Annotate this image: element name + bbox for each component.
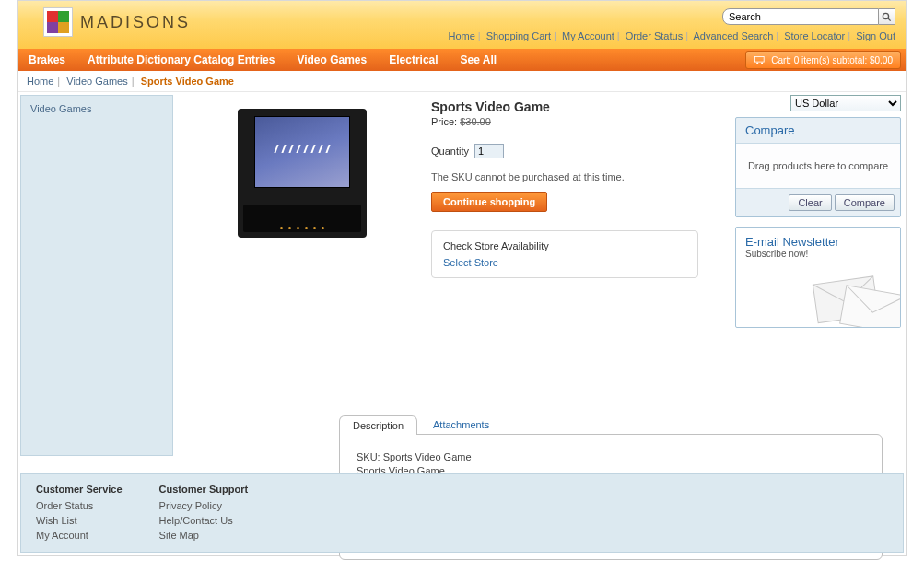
product-title: Sports Video Game: [431, 99, 717, 114]
nav-brakes[interactable]: Brakes: [18, 53, 76, 66]
footer-link-help[interactable]: Help/Contact Us: [159, 513, 249, 528]
compare-button[interactable]: Compare: [835, 194, 895, 211]
svg-point-0: [883, 13, 888, 18]
logo-text: MADISONS: [80, 13, 191, 32]
cart-icon: [754, 55, 766, 64]
logo-icon: [43, 7, 73, 37]
desc-sku: SKU: Sports Video Game: [357, 451, 865, 462]
price-row: Price: $30.00: [431, 116, 717, 127]
newsletter-title: E-mail Newsletter: [745, 235, 891, 249]
cart-text: Cart: 0 item(s) subtotal: $0.00: [771, 55, 893, 65]
availability-title: Check Store Availability: [443, 240, 686, 251]
breadcrumb: Home| Video Games| Sports Video Game: [18, 71, 906, 92]
toplink-home[interactable]: Home: [448, 30, 474, 41]
toplink-orderstatus[interactable]: Order Status: [626, 30, 683, 41]
crumb-videogames[interactable]: Video Games: [66, 76, 127, 87]
top-links: Home| Shopping Cart| My Account| Order S…: [448, 30, 895, 41]
svg-point-4: [761, 62, 763, 64]
toplink-signout[interactable]: Sign Out: [856, 30, 895, 41]
nav-electrical[interactable]: Electrical: [378, 53, 449, 66]
footer-col2-title: Customer Support: [159, 484, 249, 495]
toplink-advsearch[interactable]: Advanced Search: [693, 30, 773, 41]
footer-link-myaccount[interactable]: My Account: [36, 528, 123, 543]
newsletter-box[interactable]: E-mail Newsletter Subscribe now!: [735, 227, 901, 328]
footer-link-sitemap[interactable]: Site Map: [159, 528, 249, 543]
continue-shopping-button[interactable]: Continue shopping: [431, 192, 547, 212]
clear-button[interactable]: Clear: [789, 194, 831, 211]
store-availability-box: Check Store Availability Select Store: [431, 230, 698, 278]
nav-videogames[interactable]: Video Games: [286, 53, 378, 66]
svg-rect-6: [840, 286, 901, 328]
nav-seeall[interactable]: See All: [450, 53, 509, 66]
product-image: [219, 109, 385, 238]
quantity-label: Quantity: [431, 146, 469, 157]
search-icon: [882, 12, 892, 22]
footer-link-wishlist[interactable]: Wish List: [36, 513, 123, 528]
crumb-current: Sports Video Game: [141, 76, 234, 87]
content: Sports Video Game Price: $30.00 Quantity…: [173, 92, 735, 461]
quantity-input[interactable]: [474, 144, 504, 158]
right-column: US Dollar Compare Drag products here to …: [735, 92, 906, 461]
compare-dropzone[interactable]: Drag products here to compare: [736, 144, 900, 188]
select-store-link[interactable]: Select Store: [443, 257, 498, 268]
price-label: Price:: [431, 116, 460, 127]
toplink-cart[interactable]: Shopping Cart: [486, 30, 551, 41]
search-button[interactable]: [879, 8, 895, 25]
navbar: Brakes Attribute Dictionary Catalog Entr…: [18, 49, 906, 71]
sidebar-item-videogames[interactable]: Video Games: [30, 103, 91, 114]
footer: Customer Service Order Status Wish List …: [20, 473, 904, 553]
tab-attachments[interactable]: Attachments: [419, 415, 503, 434]
toplink-account[interactable]: My Account: [562, 30, 614, 41]
cart-summary[interactable]: Cart: 0 item(s) subtotal: $0.00: [745, 51, 901, 69]
footer-col1-title: Customer Service: [36, 484, 123, 495]
search-input[interactable]: [722, 8, 879, 25]
compare-box: Compare Drag products here to compare Cl…: [735, 117, 901, 217]
sku-message: The SKU cannot be purchased at this time…: [431, 171, 717, 182]
envelope-icon: [799, 263, 901, 328]
crumb-home[interactable]: Home: [27, 76, 53, 87]
newsletter-subtitle: Subscribe now!: [745, 249, 891, 259]
search-form: [722, 8, 895, 25]
logo[interactable]: MADISONS: [43, 6, 191, 38]
svg-rect-2: [755, 57, 765, 63]
product-info: Sports Video Game Price: $30.00 Quantity…: [431, 99, 717, 278]
currency-select[interactable]: US Dollar: [790, 95, 901, 111]
svg-point-3: [756, 62, 758, 64]
footer-link-orderstatus[interactable]: Order Status: [36, 498, 123, 513]
price-value: $30.00: [460, 116, 491, 127]
compare-title: Compare: [736, 118, 900, 144]
header: MADISONS Home| Shopping Cart| My Account…: [18, 1, 906, 49]
tab-description[interactable]: Description: [339, 415, 417, 435]
nav-attrdict[interactable]: Attribute Dictionary Catalog Entries: [76, 53, 286, 66]
toplink-storelocator[interactable]: Store Locator: [784, 30, 845, 41]
footer-link-privacy[interactable]: Privacy Policy: [159, 498, 249, 513]
svg-line-1: [888, 18, 891, 20]
sidebar: Video Games: [20, 95, 173, 456]
